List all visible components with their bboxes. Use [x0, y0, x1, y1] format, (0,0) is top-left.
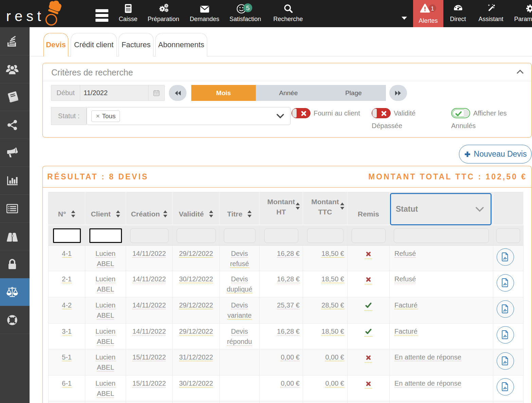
svg-text:5: 5 — [246, 4, 250, 12]
svg-text:1: 1 — [431, 5, 434, 12]
